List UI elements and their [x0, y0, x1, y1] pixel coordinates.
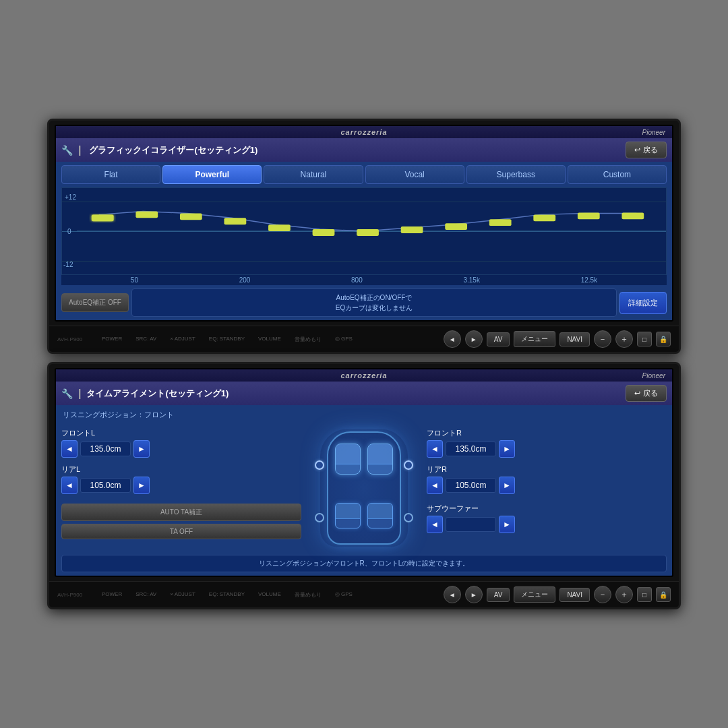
seat-rear-right [367, 503, 393, 528]
svg-rect-6 [313, 229, 335, 236]
svg-rect-12 [578, 212, 600, 219]
ta-front-l-inc[interactable]: ► [133, 440, 150, 458]
status2-vol: VOLUME [258, 591, 281, 599]
eq-tab-vocal[interactable]: Vocal [365, 165, 464, 184]
status-gps: ◎ GPS [335, 336, 353, 343]
ta-rear-l-label: リアL [61, 464, 301, 475]
ta-rear-r: リアR ◄ 105.0cm ► [427, 464, 667, 494]
ta-rear-r-control: ◄ 105.0cm ► [427, 477, 667, 494]
status2-power: POWER [102, 591, 122, 599]
status2-freq: × ADJUST [170, 591, 195, 599]
freq-125k: 12.5k [581, 276, 597, 284]
freq-800: 800 [351, 276, 363, 284]
seat-front-right [367, 444, 393, 475]
svg-rect-7 [357, 229, 379, 236]
autoeq-info-box: AutoEQ補正のON/OFFでEQカーブは変化しません [131, 289, 617, 317]
svg-rect-11 [533, 214, 555, 221]
unit1-extra-btn1[interactable]: □ [637, 332, 652, 346]
freq-315k: 3.15k [463, 276, 479, 284]
eq-tab-superbass[interactable]: Superbass [466, 165, 566, 184]
menu-button[interactable]: メニュー [514, 331, 555, 347]
ta-title-bar: 🔧 | タイムアライメント(セッティング1) ↩ 戻る [56, 382, 672, 405]
y-label-zero: 0 [67, 228, 71, 235]
status2-gps: ◎ GPS [335, 591, 353, 599]
eq-back-button[interactable]: ↩ 戻る [626, 142, 667, 158]
ta-rear-r-value: 105.0cm [446, 478, 496, 493]
unit2-status-strip: POWER SRC: AV × ADJUST EQ: STANDBY VOLUM… [95, 591, 439, 599]
detail-settings-button[interactable]: 詳細設定 [619, 292, 667, 314]
ta-rear-r-dec[interactable]: ◄ [427, 477, 443, 494]
auto-ta-button[interactable]: AUTO TA補正 [61, 504, 301, 521]
nav-next-btn[interactable]: ► [465, 330, 483, 348]
eq-tab-natural[interactable]: Natural [264, 165, 363, 184]
nav2-next-btn[interactable]: ► [465, 586, 483, 603]
av2-button[interactable]: AV [487, 588, 510, 602]
status-eq: EQ: STANDBY [209, 336, 245, 343]
ta-front-l-dec[interactable]: ◄ [61, 440, 78, 458]
svg-rect-5 [268, 224, 291, 231]
status-freq: × ADJUST [170, 336, 195, 343]
vol2-plus-btn[interactable]: ＋ [615, 586, 633, 603]
ta-sub-inc[interactable]: ► [499, 516, 515, 533]
nav-prev-btn[interactable]: ◄ [444, 330, 461, 348]
ta-bottom-left-buttons: AUTO TA補正 TA OFF [61, 504, 301, 539]
eq-brand-header: carrozzeria Pioneer [56, 126, 672, 138]
ta-rear-r-inc[interactable]: ► [499, 477, 515, 494]
eq-chart: +12 0 -12 [61, 187, 667, 275]
ta-rear-l-inc[interactable]: ► [133, 477, 150, 494]
svg-rect-1 [92, 214, 114, 221]
ta-right-channels: フロントR ◄ 135.0cm ► リアR ◄ [427, 425, 667, 550]
ta-back-button[interactable]: ↩ 戻る [626, 385, 667, 402]
vol-plus-btn[interactable]: ＋ [615, 330, 633, 348]
speaker-dot-fl [315, 460, 324, 470]
ta-front-r-dec[interactable]: ◄ [427, 440, 443, 458]
autoeq-info-text: AutoEQ補正のON/OFFでEQカーブは変化しません [336, 294, 413, 311]
vol-minus-btn[interactable]: － [594, 330, 611, 348]
unit2-extra-btn2[interactable]: 🔒 [656, 587, 671, 602]
eq-bars-svg [77, 188, 666, 274]
unit2-model: AVH-P900 [57, 592, 91, 598]
eq-title-bar: 🔧 | グラフィックイコライザー(セッティング1) ↩ 戻る [56, 138, 672, 162]
seat-rear-left [335, 503, 361, 528]
eq-tab-powerful[interactable]: Powerful [162, 165, 262, 184]
back-arrow-icon: ↩ [634, 146, 640, 154]
ta-subtitle: リスニングポジション：フロント [56, 405, 672, 423]
svg-rect-4 [224, 218, 247, 224]
unit2-extra-btn1[interactable]: □ [637, 587, 652, 602]
detail-btn-label: 詳細設定 [628, 299, 658, 307]
freq-50: 50 [131, 276, 138, 284]
ta-rear-l: リアL ◄ 105.0cm ► [61, 464, 301, 494]
ta-back-label: 戻る [643, 388, 658, 398]
autoeq-label: AutoEQ補正 OFF [69, 299, 121, 306]
ta-rear-l-dec[interactable]: ◄ [61, 477, 78, 494]
navi2-button[interactable]: NAVI [559, 588, 590, 602]
nav2-prev-btn[interactable]: ◄ [444, 586, 461, 603]
ta-sub-value [446, 517, 496, 532]
svg-rect-10 [489, 219, 512, 226]
ta-front-r-inc[interactable]: ► [499, 440, 515, 458]
ta-car-diagram [307, 425, 421, 550]
eq-tab-custom[interactable]: Custom [568, 165, 667, 184]
ta-off-button[interactable]: TA OFF [61, 524, 301, 539]
y-label-plus12: +12 [65, 193, 76, 200]
autoeq-button[interactable]: AutoEQ補正 OFF [61, 293, 129, 312]
eq-tabs: Flat Powerful Natural Vocal Superbass Cu… [56, 162, 672, 187]
av-button[interactable]: AV [487, 332, 510, 346]
vol2-minus-btn[interactable]: － [594, 586, 611, 603]
eq-bottom-controls: AutoEQ補正 OFF AutoEQ補正のON/OFFでEQカーブは変化しませ… [56, 285, 672, 320]
ta-front-r: フロントR ◄ 135.0cm ► [427, 428, 667, 458]
ta-sub-dec[interactable]: ◄ [427, 516, 443, 533]
eq-title-text: グラフィックイコライザー(セッティング1) [89, 144, 620, 156]
pioneer-logo-2: Pioneer [642, 372, 665, 380]
unit-bottom: carrozzeria Pioneer 🔧 | タイムアライメント(セッティング… [47, 362, 681, 609]
y-label-minus12: -12 [63, 260, 73, 268]
unit1-extra-btn2[interactable]: 🔒 [656, 332, 671, 346]
eq-tab-flat[interactable]: Flat [61, 165, 160, 184]
navi-button[interactable]: NAVI [559, 332, 590, 346]
pioneer-logo-top: Pioneer [642, 129, 665, 136]
ta-rear-l-control: ◄ 105.0cm ► [61, 477, 301, 494]
menu2-button[interactable]: メニュー [514, 586, 555, 603]
ta-info-text: リスニングポジションがフロントR、フロントLの時に設定できます。 [259, 559, 470, 567]
ta-sub-label: サブウーファー [427, 504, 667, 514]
carrozzeria-logo: carrozzeria [340, 128, 387, 136]
